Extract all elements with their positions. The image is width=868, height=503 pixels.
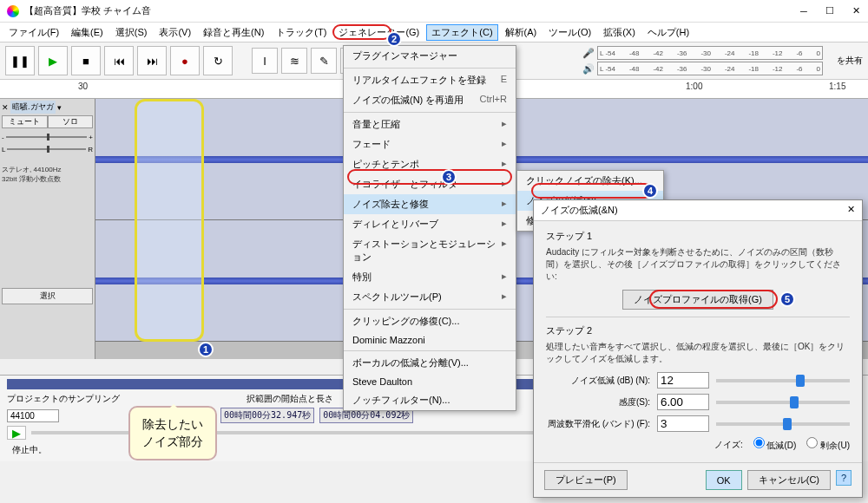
- effect-menu-item[interactable]: リアルタイムエフェクトを登録E: [344, 70, 516, 90]
- minimize-button[interactable]: ─: [799, 6, 809, 16]
- menu-7[interactable]: エフェクト(C): [426, 24, 497, 41]
- menu-1[interactable]: 編集(E): [66, 24, 108, 41]
- menu-0[interactable]: ファイル(F): [3, 24, 64, 41]
- ok-button[interactable]: OK: [706, 470, 742, 490]
- smoothing-label: 周波数平滑化 (バンド) (F):: [546, 418, 650, 430]
- noise-reduction-dialog: ノイズの低減(&N) ✕ ステップ 1 Audacity にフィルター対象を判断…: [533, 199, 863, 498]
- effect-menu-item[interactable]: ボーカルの低減と分離(V)...: [344, 353, 516, 373]
- noise-reduction-input[interactable]: [657, 372, 709, 389]
- annotation-number-1: 1: [198, 342, 214, 357]
- effect-menu-item[interactable]: クリッピングの修復(C)...: [344, 311, 516, 331]
- annotation-circle-2: [332, 24, 391, 40]
- annotation-number-2: 2: [386, 31, 402, 47]
- effect-menu-item[interactable]: Steve Daulton: [344, 373, 516, 390]
- step1-desc: Audacity にフィルター対象を判断させるために、ノイズのみの区間（数秒間）…: [546, 246, 850, 283]
- ruler-tick: 30: [78, 82, 88, 91]
- callout-noise-region: 除去したいノイズ部分: [128, 406, 217, 461]
- preview-button[interactable]: プレビュー(P): [544, 470, 628, 490]
- pan-slider[interactable]: [7, 148, 86, 150]
- sensitivity-label: 感度(S):: [546, 396, 650, 408]
- project-rate-input[interactable]: [7, 409, 59, 422]
- record-button[interactable]: ●: [170, 46, 200, 75]
- menu-4[interactable]: 録音と再生(N): [198, 24, 269, 41]
- share-label: を共有: [837, 55, 863, 67]
- effect-menu-item[interactable]: ディストーションとモジュレーション: [344, 234, 516, 267]
- effect-menu-item[interactable]: ノイズ除去と修復: [344, 194, 516, 214]
- sensitivity-input[interactable]: [657, 394, 709, 410]
- annotation-number-5: 5: [779, 291, 795, 307]
- step1-label: ステップ 1: [546, 230, 850, 243]
- annotation-circle-3: [347, 169, 512, 185]
- noise-reduction-slider[interactable]: [716, 379, 850, 382]
- effect-menu-item[interactable]: プラグインマネージャー: [344, 46, 516, 66]
- annotation-number-4: 4: [642, 183, 658, 199]
- menu-5[interactable]: トラック(T): [271, 24, 332, 41]
- effect-menu-item[interactable]: フェード: [344, 134, 516, 154]
- selection-start-time[interactable]: 00時間00分32.947秒: [220, 408, 314, 423]
- close-button[interactable]: ✕: [851, 6, 861, 16]
- dialog-title: ノイズの低減(&N): [541, 204, 618, 217]
- effect-menu-item[interactable]: 特別: [344, 267, 516, 287]
- window-title: 【超高音質】学校 チャイム音: [24, 4, 799, 17]
- cancel-button[interactable]: キャンセル(C): [747, 470, 831, 490]
- mic-icon: 🎤: [582, 48, 595, 59]
- title-bar: 【超高音質】学校 チャイム音 ─ ☐ ✕: [0, 0, 868, 23]
- play-at-speed-button[interactable]: ▶: [7, 426, 26, 440]
- menu-2[interactable]: 選択(S): [110, 24, 153, 41]
- pause-button[interactable]: ❚❚: [5, 46, 35, 75]
- dialog-close-icon[interactable]: ✕: [847, 204, 855, 217]
- close-track-icon[interactable]: ✕: [2, 103, 9, 112]
- menu-bar: ファイル(F)編集(E)選択(S)表示(V)録音と再生(N)トラック(T)ジェネ…: [0, 23, 868, 42]
- loop-button[interactable]: ↻: [203, 46, 233, 75]
- noise-reduction-label: ノイズ低減 (dB) (N):: [546, 375, 650, 387]
- track-menu-icon[interactable]: ▾: [57, 103, 62, 112]
- effect-menu-item[interactable]: Dominic Mazzoni: [344, 331, 516, 349]
- mute-button[interactable]: ミュート: [2, 115, 48, 128]
- step2-label: ステップ 2: [546, 324, 850, 337]
- gain-slider[interactable]: [6, 136, 88, 138]
- reduce-radio[interactable]: 低減(D): [753, 437, 797, 452]
- draw-tool[interactable]: ✎: [311, 48, 337, 74]
- sensitivity-slider[interactable]: [716, 401, 850, 404]
- app-logo-icon: [7, 5, 19, 17]
- speaker-icon: 🔊: [582, 63, 595, 75]
- track-info: ステレオ, 44100Hz32bit 浮動小数点数: [2, 165, 93, 184]
- envelope-tool[interactable]: ≋: [281, 48, 307, 74]
- selection-label: 択範囲の開始点と長さ: [247, 393, 333, 405]
- effects-menu-dropdown: プラグインマネージャーリアルタイムエフェクトを登録Eノイズの低減(N) を再適用…: [343, 45, 516, 411]
- residue-radio[interactable]: 剰余(U): [806, 437, 850, 452]
- effect-menu-item[interactable]: ディレイとリバーブ: [344, 214, 516, 234]
- play-meter[interactable]: L-54-48-42-36-30-24-18-12-60: [597, 62, 823, 75]
- play-button[interactable]: ▶: [38, 46, 68, 75]
- menu-11[interactable]: ヘルプ(H): [642, 24, 694, 41]
- select-track-button[interactable]: 選択: [2, 288, 93, 304]
- annotation-number-3: 3: [441, 169, 457, 185]
- stop-button[interactable]: ■: [71, 46, 101, 75]
- record-meter[interactable]: L-54-48-42-36-30-24-18-12-60: [597, 46, 823, 60]
- step2-desc: 処理したい音声をすべて選択し、低減の程度を選択し、最後に［OK］をクリックしてノ…: [546, 341, 850, 365]
- selection-tool[interactable]: I: [252, 48, 278, 74]
- menu-8[interactable]: 解析(A): [500, 24, 542, 41]
- noise-mode-label: ノイズ:: [714, 439, 743, 451]
- menu-10[interactable]: 拡張(X): [598, 24, 641, 41]
- solo-button[interactable]: ソロ: [48, 115, 94, 128]
- effect-menu-item[interactable]: ノッチフィルター(N)...: [344, 390, 516, 410]
- menu-3[interactable]: 表示(V): [154, 24, 196, 41]
- annotation-circle-4: [531, 183, 653, 199]
- menu-9[interactable]: ツール(O): [543, 24, 596, 41]
- selection-region: [135, 99, 204, 342]
- ruler-tick: 1:15: [829, 82, 845, 91]
- effect-menu-item[interactable]: 音量と圧縮: [344, 114, 516, 134]
- track-name[interactable]: 暗騒.ガヤガ: [10, 101, 56, 114]
- maximize-button[interactable]: ☐: [825, 6, 835, 16]
- effect-menu-item[interactable]: スペクトルツール(P): [344, 287, 516, 307]
- track-control-panel[interactable]: ✕ 暗騒.ガヤガ ▾ ミュート ソロ -+ LR ステレオ, 44100Hz32…: [0, 99, 95, 359]
- help-icon[interactable]: ?: [836, 470, 852, 486]
- skip-start-button[interactable]: ⏮: [104, 46, 134, 75]
- smoothing-slider[interactable]: [716, 422, 850, 426]
- ruler-tick: 1:00: [686, 82, 702, 91]
- project-rate-label: プロジェクトのサンプリング: [7, 393, 120, 405]
- skip-end-button[interactable]: ⏭: [137, 46, 167, 75]
- effect-menu-item[interactable]: ノイズの低減(N) を再適用Ctrl+R: [344, 90, 516, 110]
- smoothing-input[interactable]: [657, 415, 709, 432]
